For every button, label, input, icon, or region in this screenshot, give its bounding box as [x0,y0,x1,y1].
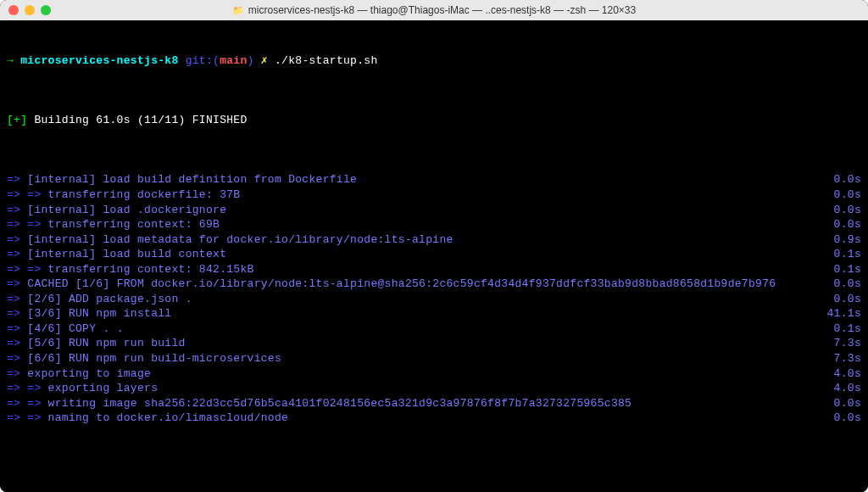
git-branch: main [220,54,247,67]
step-arrow-icon: => [7,307,27,320]
step-text: [2/6] ADD package.json . [27,293,192,305]
terminal-body[interactable]: → microservices-nestjs-k8 git:(main) ✗ .… [0,20,868,492]
titlebar[interactable]: 📁 microservices-nestjs-k8 — thiago@Thiag… [0,0,868,20]
step-time: 0.1s [817,321,861,337]
step-text: [4/6] COPY . . [27,322,123,335]
build-header-text: Building 61.0s (11/11) FINISHED [34,114,247,126]
step-time: 7.3s [817,336,861,351]
folder-icon: 📁 [232,4,244,17]
step-text: [internal] load build context [27,248,226,260]
step-time: 0.0s [817,172,861,187]
step-time: 41.1s [810,306,861,321]
step-arrow-icon: => => [7,218,48,231]
step-arrow-icon: => => [7,411,48,424]
step-time: 0.0s [817,292,861,307]
build-line: => => transferring dockerfile: 37B0.0s [7,187,861,203]
build-line: => => transferring context: 69B0.0s [7,217,861,232]
build-line: => [internal] load .dockerignore0.0s [7,203,861,218]
step-text: exporting layers [48,382,159,394]
build-line: => CACHED [1/6] FROM docker.io/library/n… [7,277,861,292]
build-line: => [6/6] RUN npm run build-microservices… [7,351,861,366]
step-text: [internal] load build definition from Do… [27,173,357,186]
git-suffix: ) [248,54,261,67]
step-arrow-icon: => [7,337,27,349]
step-arrow-icon: => => [7,382,48,394]
step-arrow-icon: => [7,277,27,290]
step-text: [6/6] RUN npm run build-microservices [27,352,281,365]
step-time: 0.0s [817,203,861,218]
step-time: 0.1s [817,247,861,262]
prompt-line-1: → microservices-nestjs-k8 git:(main) ✗ .… [7,53,861,69]
command-text: ./k8-startup.sh [268,54,378,67]
step-arrow-icon: => [7,248,27,260]
step-arrow-icon: => => [7,263,48,276]
step-arrow-icon: => [7,233,27,246]
build-line: => [internal] load build definition from… [7,172,861,187]
git-prefix: git:( [179,54,220,67]
step-time: 0.0s [817,277,861,292]
step-text: transferring context: 842.15kB [48,263,254,276]
minimize-icon[interactable] [25,5,35,15]
prompt-path: microservices-nestjs-k8 [20,54,178,67]
maximize-icon[interactable] [41,5,51,15]
step-arrow-icon: => [7,352,27,365]
close-icon[interactable] [8,5,19,15]
step-arrow-icon: => [7,173,27,186]
step-arrow-icon: => [7,322,27,335]
terminal-window: 📁 microservices-nestjs-k8 — thiago@Thiag… [0,0,868,492]
prompt-arrow-icon: → [7,54,20,67]
step-arrow-icon: => [7,204,27,216]
title-label: microservices-nestjs-k8 — thiago@Thiagos… [248,3,636,17]
window-title: 📁 microservices-nestjs-k8 — thiago@Thiag… [232,3,636,17]
step-arrow-icon: => [7,293,27,305]
plus-icon: [+] [7,114,34,126]
build-line: => => exporting layers4.0s [7,381,861,396]
step-text: [internal] load metadata for docker.io/l… [27,233,453,246]
step-time: 0.0s [817,187,861,203]
step-time: 0.0s [817,217,861,232]
step-text: naming to docker.io/limascloud/node [48,411,289,424]
step-text: transferring context: 69B [48,218,220,231]
build-line: => exporting to image4.0s [7,366,861,382]
build-line: => [internal] load metadata for docker.i… [7,232,861,248]
step-time: 0.0s [817,411,861,426]
step-time: 4.0s [817,366,861,382]
build-line: => => transferring context: 842.15kB0.1s [7,262,861,277]
step-text: exporting to image [27,367,151,380]
build-line: => => writing image sha256:22d3cc5d76b5c… [7,396,861,411]
step-text: [internal] load .dockerignore [27,204,226,216]
step-time: 4.0s [817,381,861,396]
step-time: 7.3s [817,351,861,366]
step-time: 0.0s [817,396,861,411]
step-text: CACHED [1/6] FROM docker.io/library/node… [27,277,776,290]
build-line: => [3/6] RUN npm install41.1s [7,306,861,321]
build-line: => [internal] load build context0.1s [7,247,861,262]
build-line: => [4/6] COPY . .0.1s [7,321,861,337]
traffic-lights [8,5,51,15]
step-arrow-icon: => => [7,397,48,410]
step-time: 0.1s [817,262,861,277]
step-text: [3/6] RUN npm install [27,307,171,320]
build-line: => [2/6] ADD package.json .0.0s [7,292,861,307]
dirty-marker: ✗ [261,54,268,67]
step-time: 0.9s [817,232,861,248]
build-output: => [internal] load build definition from… [7,172,861,425]
blank-line [7,470,861,485]
step-text: [5/6] RUN npm run build [27,337,185,349]
step-text: writing image sha256:22d3cc5d76b5ca4101f… [48,397,632,410]
step-arrow-icon: => [7,367,27,380]
build-line: => => naming to docker.io/limascloud/nod… [7,411,861,426]
step-arrow-icon: => => [7,188,48,201]
step-text: transferring dockerfile: 37B [48,188,241,201]
build-header: [+] Building 61.0s (11/11) FINISHED [7,113,861,128]
build-line: => [5/6] RUN npm run build7.3s [7,336,861,351]
